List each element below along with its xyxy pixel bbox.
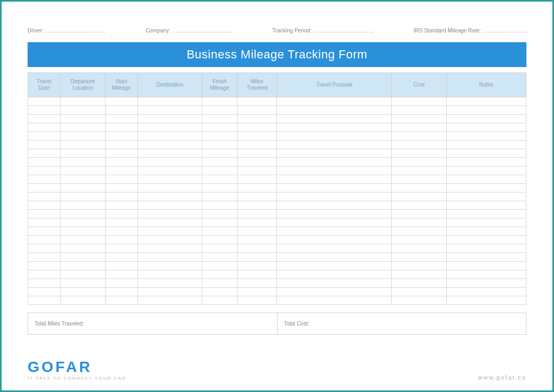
table-cell [237, 296, 277, 305]
table-cell [137, 132, 202, 141]
col-start-mileage: StartMileage [105, 73, 137, 97]
table-cell [202, 262, 237, 270]
table-cell [202, 270, 237, 279]
table-cell [28, 141, 61, 149]
table-cell [105, 115, 137, 123]
table-cell [202, 279, 237, 288]
table-cell [446, 123, 526, 132]
table-cell [105, 175, 137, 184]
table-cell [105, 210, 137, 218]
table-cell [277, 288, 392, 296]
table-cell [105, 279, 137, 288]
table-cell [28, 106, 61, 115]
table-cell [60, 175, 105, 184]
table-cell [137, 279, 202, 288]
table-cell [237, 167, 277, 175]
table-cell [28, 218, 61, 227]
table-cell [137, 253, 202, 262]
table-cell [237, 175, 277, 184]
table-cell [446, 167, 526, 175]
table-cell [446, 97, 526, 106]
table-cell [392, 158, 446, 167]
table-cell [137, 244, 202, 253]
table-cell [446, 296, 526, 305]
mileage-table: TravelDate DepartureLocation StartMileag… [28, 72, 526, 305]
blank-line [173, 32, 232, 32]
table-cell [60, 279, 105, 288]
table-cell [60, 167, 105, 175]
blank-line [314, 32, 373, 32]
table-cell [28, 236, 61, 244]
table-cell [105, 296, 137, 305]
table-row [28, 262, 526, 270]
table-cell [60, 270, 105, 279]
table-cell [277, 158, 392, 167]
table-cell [277, 210, 392, 218]
table-cell [392, 123, 446, 132]
col-destination: Destination [137, 73, 202, 97]
table-cell [277, 149, 392, 158]
table-row [28, 167, 526, 175]
table-cell [237, 279, 277, 288]
table-cell [446, 270, 526, 279]
table-cell [202, 123, 237, 132]
table-cell [60, 253, 105, 262]
table-cell [60, 149, 105, 158]
table-cell [28, 97, 61, 106]
table-cell [237, 253, 277, 262]
table-cell [277, 106, 392, 115]
table-cell [202, 201, 237, 210]
table-cell [277, 227, 392, 236]
table-cell [137, 236, 202, 244]
table-cell [392, 210, 446, 218]
table-cell [137, 149, 202, 158]
table-row [28, 218, 526, 227]
table-cell [105, 218, 137, 227]
table-row [28, 244, 526, 253]
table-cell [392, 253, 446, 262]
table-cell [28, 192, 61, 201]
table-row [28, 115, 526, 123]
table-cell [237, 270, 277, 279]
form-title: Business Mileage Tracking Form [28, 42, 526, 67]
table-cell [137, 270, 202, 279]
table-cell [446, 141, 526, 149]
table-cell [202, 132, 237, 141]
table-cell [392, 279, 446, 288]
field-company: Company: [146, 28, 232, 34]
table-cell [202, 296, 237, 305]
table-cell [237, 123, 277, 132]
table-cell [202, 167, 237, 175]
table-row [28, 158, 526, 167]
table-cell [105, 123, 137, 132]
table-cell [202, 227, 237, 236]
table-cell [277, 132, 392, 141]
table-cell [202, 210, 237, 218]
table-cell [202, 158, 237, 167]
table-cell [277, 192, 392, 201]
table-cell [60, 123, 105, 132]
table-cell [202, 115, 237, 123]
table-row [28, 227, 526, 236]
table-cell [28, 115, 61, 123]
table-cell [277, 218, 392, 227]
table-cell [277, 253, 392, 262]
table-row [28, 253, 526, 262]
table-row [28, 106, 526, 115]
table-cell [202, 192, 237, 201]
table-cell [446, 244, 526, 253]
table-cell [28, 158, 61, 167]
table-cell [28, 167, 61, 175]
table-cell [137, 123, 202, 132]
col-travel-purpose: Travel Purpose [277, 73, 392, 97]
table-cell [60, 210, 105, 218]
table-cell [60, 244, 105, 253]
table-cell [28, 262, 61, 270]
table-cell [105, 167, 137, 175]
table-cell [105, 192, 137, 201]
table-cell [202, 288, 237, 296]
table-cell [60, 132, 105, 141]
table-cell [202, 175, 237, 184]
label-irs-rate: IRS Standard Mileage Rate: [413, 28, 481, 34]
logo-tagline: IT PAYS TO CONNECT YOUR CAR [28, 376, 126, 381]
